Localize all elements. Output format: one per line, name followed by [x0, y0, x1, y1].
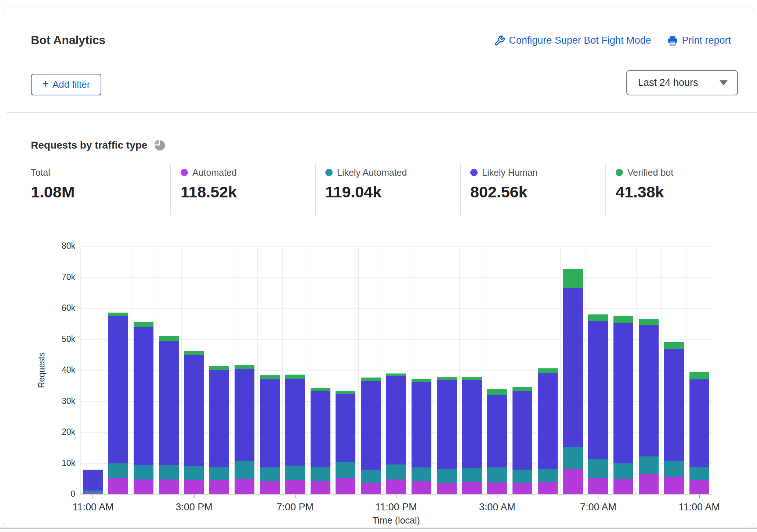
bar-segment-likely-human: [512, 391, 532, 470]
bar-segment-automated: [209, 480, 229, 494]
chart-bar-8[interactable]: [285, 375, 305, 494]
bar-segment-verified-bot: [361, 378, 381, 381]
header-actions: Configure Super Bot Fight Mode Print rep…: [494, 35, 731, 46]
bar-segment-verified-bot: [134, 322, 153, 327]
configure-link-label: Configure Super Bot Fight Mode: [509, 35, 651, 46]
chart-bar-19[interactable]: [563, 269, 583, 494]
chart-bar-14[interactable]: [437, 377, 457, 494]
bar-segment-likely-human: [83, 470, 103, 491]
x-tick-mark: [497, 495, 497, 498]
bar-segment-verified-bot: [487, 389, 507, 396]
chart-bar-24[interactable]: [689, 372, 709, 494]
bar-segment-likely-automated: [588, 459, 608, 478]
x-tick-label: 7:00 PM: [277, 502, 314, 513]
bar-segment-likely-automated: [260, 467, 280, 481]
chart-bar-20[interactable]: [588, 314, 608, 494]
bar-segment-verified-bot: [108, 313, 128, 316]
x-tick-mark: [699, 495, 700, 498]
chart-bar-18[interactable]: [538, 368, 558, 494]
chart-bar-9[interactable]: [311, 388, 330, 494]
bar-segment-likely-automated: [512, 470, 532, 483]
bar-segment-likely-automated: [184, 466, 204, 480]
bar-segment-automated: [361, 483, 381, 494]
bar-segment-automated: [108, 478, 128, 494]
legend-dot-likely-automated: [325, 169, 333, 176]
bar-segment-likely-automated: [462, 468, 482, 482]
chart-bar-15[interactable]: [462, 377, 482, 494]
stat-total: Total 1.08M: [31, 167, 75, 201]
stat-value: 1.08M: [31, 183, 75, 201]
chart-bar-1[interactable]: [108, 313, 128, 494]
bar-segment-likely-human: [487, 395, 507, 467]
bar-segment-likely-human: [538, 373, 558, 469]
chart-bar-16[interactable]: [487, 389, 507, 494]
bar-segment-likely-automated: [311, 467, 330, 481]
configure-super-bot-fight-mode-link[interactable]: Configure Super Bot Fight Mode: [494, 35, 651, 46]
bar-segment-likely-human: [588, 321, 608, 460]
bar-segment-likely-human: [260, 379, 280, 467]
bar-segment-automated: [639, 474, 659, 494]
bar-segment-automated: [285, 480, 305, 494]
bar-segment-verified-bot: [689, 372, 709, 379]
pie-chart-icon: [153, 138, 166, 152]
bar-segment-verified-bot: [260, 375, 280, 379]
y-tick-label: 30k: [24, 396, 75, 406]
bar-segment-automated: [664, 477, 684, 494]
add-filter-button[interactable]: + Add filter: [31, 74, 101, 95]
x-tick-mark: [396, 495, 396, 498]
bar-segment-likely-automated: [563, 447, 583, 469]
chart-bar-22[interactable]: [639, 319, 659, 494]
bar-segment-automated: [83, 493, 103, 494]
chart-bar-17[interactable]: [512, 387, 532, 494]
chart-bar-5[interactable]: [209, 366, 229, 494]
chart-plot-area: [80, 246, 712, 494]
bar-segment-verified-bot: [311, 388, 330, 391]
stat-automated: Automated 118.52k: [181, 167, 237, 201]
bar-segment-verified-bot: [209, 366, 229, 370]
bar-segment-likely-human: [563, 288, 583, 447]
chart-bar-3[interactable]: [159, 336, 179, 494]
chart-bar-23[interactable]: [664, 342, 684, 494]
bar-segment-automated: [311, 481, 330, 494]
bar-segment-likely-automated: [336, 462, 355, 478]
bar-segment-automated: [613, 479, 633, 494]
chart-bar-6[interactable]: [235, 365, 254, 494]
chart-bar-13[interactable]: [412, 379, 431, 494]
bar-segment-likely-human: [285, 379, 305, 466]
chart-bar-21[interactable]: [613, 316, 633, 494]
section-heading-row: Requests by traffic type: [31, 138, 166, 152]
x-tick-label: 3:00 AM: [479, 502, 515, 513]
section-heading: Requests by traffic type: [31, 139, 147, 151]
legend-dot-likely-human: [470, 169, 478, 176]
bar-segment-automated: [487, 482, 507, 494]
chart-bar-2[interactable]: [134, 322, 153, 494]
stat-label: Likely Human: [482, 167, 537, 178]
bar-segment-likely-automated: [639, 456, 659, 474]
bar-segment-automated: [412, 481, 431, 495]
chart-bar-0[interactable]: [83, 470, 103, 494]
bar-segment-likely-human: [209, 370, 229, 467]
bar-segment-verified-bot: [285, 375, 305, 379]
bar-segment-verified-bot: [437, 377, 457, 380]
y-tick-label: 80k: [24, 241, 75, 251]
stat-label: Automated: [192, 167, 237, 178]
horizontal-gridline: [80, 246, 712, 247]
bar-segment-likely-automated: [664, 461, 684, 476]
stat-value: 802.56k: [470, 183, 537, 201]
chart-bar-11[interactable]: [361, 378, 381, 494]
bar-segment-likely-automated: [613, 463, 633, 479]
chart-bar-10[interactable]: [336, 391, 355, 494]
bar-segment-automated: [260, 481, 280, 495]
chart-bar-7[interactable]: [260, 375, 280, 494]
print-link-label: Print report: [682, 35, 731, 46]
bar-segment-likely-human: [235, 369, 254, 460]
x-tick-label: 7:00 AM: [580, 502, 616, 513]
stat-label: Total: [31, 167, 50, 178]
bar-segment-automated: [588, 478, 608, 494]
time-range-dropdown[interactable]: Last 24 hours: [626, 70, 738, 95]
stat-value: 41.38k: [616, 183, 673, 201]
print-report-link[interactable]: Print report: [667, 35, 731, 46]
chart-bar-12[interactable]: [386, 374, 406, 494]
chart-bar-4[interactable]: [184, 351, 204, 494]
bar-segment-verified-bot: [336, 391, 355, 394]
